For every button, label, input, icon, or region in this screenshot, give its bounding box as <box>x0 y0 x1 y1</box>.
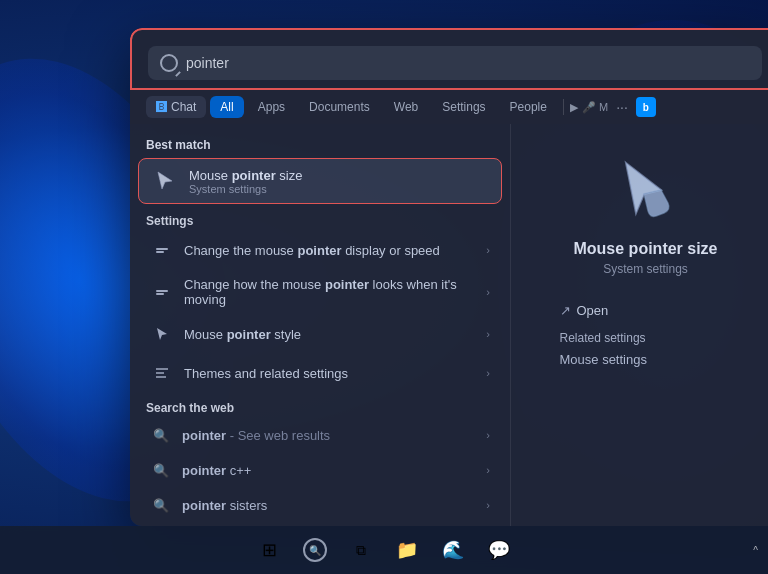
settings-section-label: Settings <box>130 206 510 230</box>
svg-rect-1 <box>156 251 164 253</box>
bing-button[interactable]: b <box>636 97 656 117</box>
preview-title: Mouse pointer size <box>573 240 717 258</box>
settings-icon-3 <box>150 322 174 346</box>
tab-settings-label: Settings <box>442 100 485 114</box>
search-icon <box>160 54 178 72</box>
tab-web-label: Web <box>394 100 418 114</box>
mouse-settings-link[interactable]: Mouse settings <box>546 347 746 372</box>
mic-icon: 🎤 <box>582 101 596 114</box>
settings-item-4[interactable]: Themes and related settings › <box>138 354 502 392</box>
tab-separator <box>563 99 564 115</box>
settings-icon-4 <box>150 361 174 385</box>
tab-people[interactable]: People <box>500 96 557 118</box>
settings-item-3[interactable]: Mouse pointer style › <box>138 315 502 353</box>
settings-icon-2 <box>150 280 174 304</box>
open-button[interactable]: ↗ Open <box>546 296 746 325</box>
left-panel: Best match Mouse pointer size System set… <box>130 124 510 526</box>
search-query-text: pointer <box>186 55 750 71</box>
settings-icon-1 <box>150 238 174 262</box>
settings-item-1[interactable]: Change the mouse pointer display or spee… <box>138 231 502 269</box>
mouse-pointer-icon <box>151 167 179 195</box>
chevron-icon-4: › <box>486 367 490 379</box>
web-item-3-text: pointer sisters <box>182 498 267 513</box>
web-section-label: Search the web <box>130 393 510 417</box>
taskbar-edge-button[interactable]: 🌊 <box>435 532 471 568</box>
tab-all-label: All <box>220 100 233 114</box>
settings-item-2-text: Change how the mouse pointer looks when … <box>184 277 476 307</box>
play-button[interactable]: ▶ <box>570 101 578 114</box>
tab-chat-label: Chat <box>171 100 196 114</box>
title-prefix: Mouse <box>189 168 232 183</box>
search-taskbar-icon: 🔍 <box>303 538 327 562</box>
windows-icon: ⊞ <box>262 539 277 561</box>
taskbar-whatsapp-button[interactable]: 💬 <box>481 532 517 568</box>
tab-apps-label: Apps <box>258 100 285 114</box>
taskbar-show-hidden-button[interactable]: ^ <box>753 545 758 556</box>
web-search-icon-3: 🔍 <box>150 494 172 516</box>
preview-title-bold: pointer <box>629 240 683 257</box>
explorer-icon: 📁 <box>396 539 418 561</box>
tab-chat[interactable]: 🅱 Chat <box>146 96 206 118</box>
best-match-item[interactable]: Mouse pointer size System settings <box>138 158 502 204</box>
search-bar[interactable]: pointer <box>148 46 762 80</box>
web-item-1[interactable]: 🔍 pointer - See web results › <box>138 418 502 452</box>
chevron-icon-3: › <box>486 328 490 340</box>
taskbar-search-button[interactable]: 🔍 <box>297 532 333 568</box>
tab-apps[interactable]: Apps <box>248 96 295 118</box>
main-content: Best match Mouse pointer size System set… <box>130 124 768 526</box>
preview-icon <box>606 148 686 228</box>
tab-all[interactable]: All <box>210 96 243 118</box>
settings-item-4-text: Themes and related settings <box>184 366 476 381</box>
web-search-icon-1: 🔍 <box>150 424 172 446</box>
taskbar-explorer-button[interactable]: 📁 <box>389 532 425 568</box>
chevron-icon-1: › <box>486 244 490 256</box>
search-bar-wrapper: pointer <box>130 28 768 90</box>
tab-people-label: People <box>510 100 547 114</box>
whatsapp-icon: 💬 <box>488 539 510 561</box>
chevron-icon-2: › <box>486 286 490 298</box>
best-match-subtitle: System settings <box>189 183 489 195</box>
preview-title-prefix: Mouse <box>573 240 628 257</box>
start-menu: pointer 🅱 Chat All Apps Documents Web Se… <box>130 28 768 526</box>
web-chevron-3: › <box>486 499 490 511</box>
svg-rect-0 <box>156 248 168 250</box>
open-label: Open <box>577 303 609 318</box>
best-match-label: Best match <box>130 132 510 156</box>
right-panel: Mouse pointer size System settings ↗ Ope… <box>510 124 768 526</box>
user-icon: M <box>599 101 608 113</box>
edge-icon: 🌊 <box>442 539 464 561</box>
more-tabs-button[interactable]: ··· <box>612 99 632 115</box>
settings-item-3-text: Mouse pointer style <box>184 327 476 342</box>
web-item-2-text: pointer c++ <box>182 463 251 478</box>
taskbar: ⊞ 🔍 ⧉ 📁 🌊 💬 ^ <box>0 526 768 574</box>
open-icon: ↗ <box>560 303 571 318</box>
title-suffix: size <box>276 168 303 183</box>
tab-documents-label: Documents <box>309 100 370 114</box>
taskbar-taskview-button[interactable]: ⧉ <box>343 532 379 568</box>
web-chevron-1: › <box>486 429 490 441</box>
svg-rect-2 <box>156 290 168 292</box>
best-match-text: Mouse pointer size System settings <box>189 168 489 195</box>
title-bold: pointer <box>232 168 276 183</box>
filter-tabs: 🅱 Chat All Apps Documents Web Settings P… <box>130 90 768 124</box>
best-match-title: Mouse pointer size <box>189 168 489 183</box>
related-settings-label: Related settings <box>546 325 746 347</box>
svg-rect-3 <box>156 293 164 295</box>
taskbar-start-button[interactable]: ⊞ <box>251 532 287 568</box>
web-chevron-2: › <box>486 464 490 476</box>
chat-icon: 🅱 <box>156 101 167 113</box>
preview-subtitle: System settings <box>603 262 688 276</box>
settings-item-2[interactable]: Change how the mouse pointer looks when … <box>138 270 502 314</box>
tab-documents[interactable]: Documents <box>299 96 380 118</box>
web-item-3[interactable]: 🔍 pointer sisters › <box>138 488 502 522</box>
tab-settings[interactable]: Settings <box>432 96 495 118</box>
tab-web[interactable]: Web <box>384 96 428 118</box>
preview-title-suffix: size <box>683 240 718 257</box>
web-item-2[interactable]: 🔍 pointer c++ › <box>138 453 502 487</box>
web-item-1-text: pointer - See web results <box>182 428 330 443</box>
web-search-icon-2: 🔍 <box>150 459 172 481</box>
settings-item-1-text: Change the mouse pointer display or spee… <box>184 243 476 258</box>
tab-extra-icons: 🎤 M <box>582 101 608 114</box>
taskview-icon: ⧉ <box>356 542 366 559</box>
